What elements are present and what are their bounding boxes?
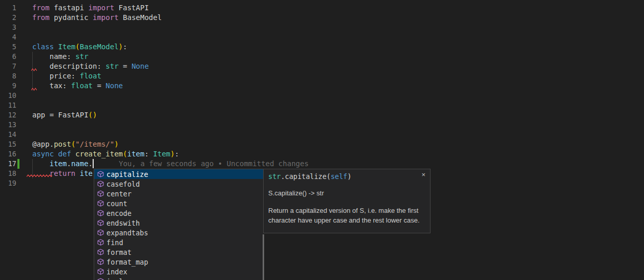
suggest-item[interactable]: endswith [94, 218, 263, 228]
suggest-item-label: index [106, 268, 127, 276]
code-token: from [32, 13, 50, 22]
docs-description: Return a capitalized version of S, i.e. … [268, 206, 425, 225]
code-token: def [58, 150, 71, 158]
suggest-item[interactable]: format [94, 247, 263, 257]
line-number[interactable]: 19 [0, 178, 16, 188]
code-line[interactable]: app = FastAPI() [32, 110, 97, 120]
line-number[interactable]: 14 [0, 130, 16, 139]
suggest-item-label: isalnum [106, 277, 136, 280]
code-token: fastapi [50, 4, 89, 12]
method-icon [97, 229, 104, 236]
code-editor[interactable]: 12345678910111213141516171819 from fasta… [0, 0, 644, 280]
code-line[interactable]: class Item(BaseModel): [32, 42, 127, 52]
line-number[interactable]: 11 [0, 101, 16, 110]
code-token: ) [170, 150, 175, 158]
code-line[interactable]: name: str [32, 52, 89, 62]
method-icon [97, 219, 104, 226]
suggest-scrollbar[interactable] [263, 234, 264, 280]
code-token: BaseModel [80, 43, 119, 51]
signature-token: self [331, 172, 348, 181]
code-token: import [93, 13, 119, 22]
line-number[interactable]: 7 [0, 62, 16, 71]
code-line[interactable]: description: str = None [32, 62, 149, 71]
suggest-item[interactable]: expandtabs [94, 228, 263, 237]
suggest-item[interactable]: isalnum [94, 276, 263, 280]
line-number[interactable]: 12 [0, 110, 16, 120]
code-line[interactable]: from fastapi import FastAPI [32, 3, 149, 13]
code-token [54, 150, 58, 158]
code-token: tax: [32, 82, 71, 90]
line-number[interactable]: 16 [0, 149, 16, 159]
code-line[interactable]: tax: float = None [32, 81, 123, 91]
code-token: price: [32, 72, 80, 80]
line-number[interactable]: 17 [0, 159, 16, 169]
code-token: name [71, 159, 89, 168]
suggest-item-label: find [106, 238, 123, 247]
suggest-item[interactable]: index [94, 267, 263, 276]
code-token: str [105, 62, 118, 70]
line-number[interactable]: 6 [0, 52, 16, 62]
suggest-item-label: format [106, 248, 132, 256]
method-icon [97, 210, 104, 216]
suggest-item-label: endswith [106, 219, 140, 227]
line-number[interactable]: 13 [0, 120, 16, 130]
code-token: pydantic [50, 13, 93, 22]
code-token [54, 43, 58, 51]
suggest-item[interactable]: center [94, 189, 263, 198]
code-token: : [175, 150, 179, 158]
suggest-list[interactable]: capitalizecasefoldcentercountencodeendsw… [94, 169, 263, 280]
line-number[interactable]: 15 [0, 139, 16, 149]
git-modified-indicator [17, 159, 19, 169]
code-token: item [50, 159, 67, 168]
code-line[interactable]: @app.post("/items/") [32, 139, 119, 149]
line-number[interactable]: 1 [0, 3, 16, 13]
code-token: Item [153, 150, 170, 158]
line-number[interactable]: 2 [0, 13, 16, 23]
method-icon [97, 249, 104, 255]
git-blame-annotation: You, a few seconds ago • Uncommitted cha… [119, 159, 309, 169]
method-icon [97, 258, 104, 265]
line-number[interactable]: 9 [0, 81, 16, 91]
line-number[interactable]: 5 [0, 42, 16, 52]
docs-header: str.capitalize(self) × [264, 169, 430, 181]
suggest-item-label: center [106, 190, 132, 198]
line-number[interactable]: 4 [0, 32, 16, 42]
code-token: BaseModel [119, 13, 162, 22]
suggest-item-label: capitalize [106, 170, 148, 178]
code-token: ) [114, 140, 118, 148]
line-number[interactable]: 3 [0, 23, 16, 32]
line-number[interactable]: 10 [0, 91, 16, 101]
suggest-docs-panel: str.capitalize(self) × S.capitalize() ->… [263, 169, 431, 233]
code-line[interactable]: async def create_item(item: Item): [32, 149, 179, 159]
docs-type-line: S.capitalize() -> str [268, 189, 425, 198]
suggest-item[interactable]: format_map [94, 257, 263, 267]
code-token [75, 169, 79, 177]
suggest-item[interactable]: capitalize [94, 169, 263, 179]
suggest-item[interactable]: casefold [94, 179, 263, 189]
error-squiggle [27, 174, 52, 178]
code-token: import [89, 4, 115, 12]
code-line[interactable]: price: float [32, 71, 101, 81]
method-icon [97, 278, 104, 280]
code-token: name: [32, 52, 75, 61]
error-squiggle [31, 87, 37, 91]
method-icon [97, 200, 104, 207]
method-icon [97, 171, 104, 177]
code-line[interactable]: item.name. [32, 159, 93, 169]
suggest-item[interactable]: encode [94, 208, 263, 218]
code-token: class [32, 43, 54, 51]
code-token: async [32, 150, 54, 158]
suggest-item[interactable]: count [94, 198, 263, 208]
code-token: FastAPI [114, 4, 148, 12]
code-token: . [67, 159, 71, 168]
line-number[interactable]: 8 [0, 71, 16, 81]
text-cursor [93, 159, 94, 168]
line-number[interactable]: 18 [0, 169, 16, 178]
code-token: create_item [75, 150, 123, 158]
code-line[interactable]: from pydantic import BaseModel [32, 13, 162, 23]
suggest-item[interactable]: find [94, 237, 263, 247]
code-token: @app. [32, 140, 54, 148]
close-icon[interactable]: × [421, 171, 425, 178]
code-token: from [32, 4, 50, 12]
error-squiggle [31, 68, 37, 72]
